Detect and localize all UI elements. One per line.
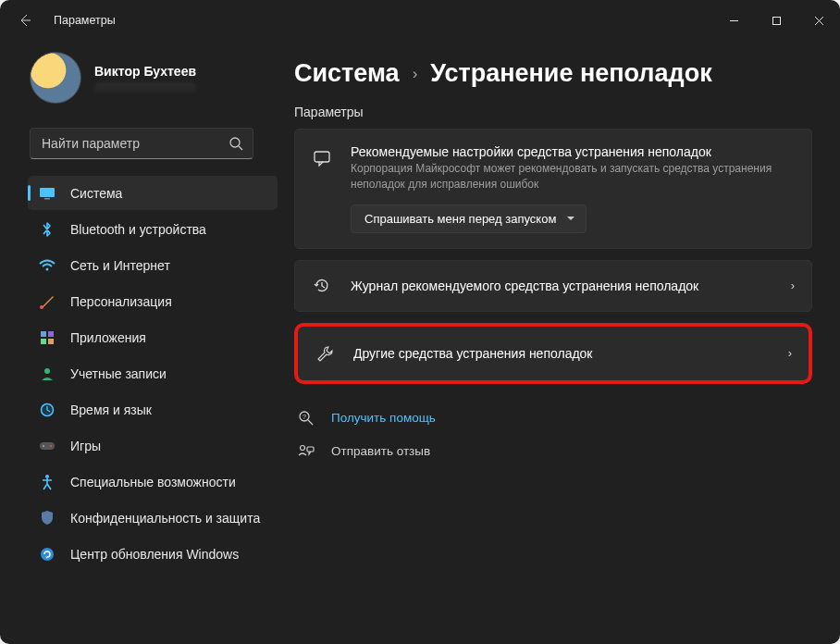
nav-privacy[interactable]: Конфиденциальность и защита <box>28 501 278 535</box>
svg-rect-3 <box>44 198 50 200</box>
link-label: Отправить отзыв <box>331 444 430 458</box>
nav-time-language[interactable]: Время и язык <box>28 392 278 427</box>
sidebar: Виктор Бухтеев Найти параметр Система Bl… <box>0 41 283 644</box>
nav-accessibility[interactable]: Специальные возможности <box>28 464 278 499</box>
nav-personalization[interactable]: Персонализация <box>28 284 278 318</box>
svg-rect-2 <box>40 188 55 197</box>
nav-label: Конфиденциальность и защита <box>70 511 260 526</box>
breadcrumb-parent[interactable]: Система <box>294 59 400 88</box>
minimize-button[interactable] <box>712 6 755 34</box>
card-title: Другие средства устранения неполадок <box>353 346 593 361</box>
nav-gaming[interactable]: Игры <box>28 428 278 463</box>
breadcrumb-current: Устранение неполадок <box>430 59 711 88</box>
bluetooth-icon <box>39 221 56 238</box>
nav-label: Персонализация <box>70 294 172 309</box>
nav-network[interactable]: Сеть и Интернет <box>28 248 278 282</box>
card-title: Рекомендуемые настройки средства устране… <box>351 144 795 159</box>
nav-label: Учетные записи <box>70 366 167 381</box>
breadcrumb: Система › Устранение неполадок <box>294 59 812 88</box>
svg-point-5 <box>40 305 43 309</box>
wifi-icon <box>39 257 56 274</box>
section-label: Параметры <box>294 105 812 119</box>
nav-label: Специальные возможности <box>70 475 236 489</box>
svg-rect-9 <box>48 339 54 344</box>
svg-point-20 <box>301 445 305 450</box>
nav-label: Игры <box>70 439 101 453</box>
dropdown-label: Спрашивать меня перед запуском <box>364 212 556 226</box>
card-troubleshooter-history[interactable]: Журнал рекомендуемого средства устранени… <box>294 260 812 312</box>
back-button[interactable] <box>9 5 41 36</box>
nav-label: Приложения <box>70 330 146 345</box>
chevron-right-icon: › <box>788 346 792 360</box>
nav: Система Bluetooth и устройства Сеть и Ин… <box>4 174 279 571</box>
search-input[interactable]: Найти параметр <box>30 128 253 159</box>
wrench-icon <box>315 343 335 364</box>
svg-rect-6 <box>41 331 46 337</box>
system-icon <box>39 185 56 202</box>
update-icon <box>39 546 56 563</box>
accounts-icon <box>39 365 56 382</box>
feedback-icon <box>298 443 315 460</box>
apps-icon <box>39 329 56 346</box>
svg-rect-12 <box>40 442 55 450</box>
nav-windows-update[interactable]: Центр обновления Windows <box>28 537 278 571</box>
profile-email-blurred <box>94 82 196 92</box>
nav-label: Центр обновления Windows <box>70 547 239 562</box>
svg-point-4 <box>46 267 49 270</box>
search-icon <box>229 136 243 151</box>
avatar <box>30 52 81 104</box>
close-button[interactable] <box>797 6 840 34</box>
svg-point-10 <box>44 368 50 374</box>
nav-label: Сеть и Интернет <box>70 258 170 273</box>
profile[interactable]: Виктор Бухтеев <box>4 48 279 118</box>
nav-system[interactable]: Система <box>28 176 278 210</box>
card-subtitle: Корпорация Майкрософт может рекомендоват… <box>351 161 795 193</box>
help-icon: ? <box>298 410 315 427</box>
dropdown-ask-before-run[interactable]: Спрашивать меня перед запуском <box>351 204 587 233</box>
svg-point-15 <box>45 475 49 478</box>
games-icon <box>39 438 56 454</box>
svg-rect-8 <box>41 339 46 344</box>
nav-label: Время и язык <box>70 402 152 417</box>
svg-point-14 <box>50 445 52 447</box>
titlebar: Параметры <box>0 0 840 41</box>
personalize-icon <box>39 293 56 310</box>
nav-apps[interactable]: Приложения <box>28 320 278 354</box>
nav-bluetooth[interactable]: Bluetooth и устройства <box>28 212 278 246</box>
chat-icon <box>312 148 332 168</box>
profile-name: Виктор Бухтеев <box>94 64 196 79</box>
main: Система › Устранение неполадок Параметры… <box>283 41 840 644</box>
search-placeholder: Найти параметр <box>42 136 140 151</box>
nav-accounts[interactable]: Учетные записи <box>28 356 278 390</box>
card-other-troubleshooters[interactable]: Другие средства устранения неполадок › <box>294 323 812 384</box>
chevron-right-icon: › <box>413 65 418 83</box>
accessibility-icon <box>39 474 56 490</box>
svg-rect-17 <box>315 152 329 162</box>
get-help-link[interactable]: ? Получить помощь <box>298 410 812 427</box>
link-label: Получить помощь <box>331 411 436 425</box>
maximize-button[interactable] <box>755 6 797 34</box>
nav-label: Bluetooth и устройства <box>70 222 206 237</box>
svg-rect-21 <box>307 447 314 452</box>
svg-point-13 <box>43 445 44 447</box>
chevron-right-icon: › <box>791 279 795 292</box>
svg-text:?: ? <box>303 414 306 420</box>
card-recommended-settings: Рекомендуемые настройки средства устране… <box>294 129 812 249</box>
svg-rect-7 <box>48 331 54 337</box>
history-icon <box>312 276 332 296</box>
svg-point-1 <box>230 138 240 147</box>
card-title: Журнал рекомендуемого средства устранени… <box>351 279 698 293</box>
window-title: Параметры <box>54 14 116 27</box>
nav-label: Система <box>70 186 122 201</box>
give-feedback-link[interactable]: Отправить отзыв <box>298 443 812 460</box>
privacy-icon <box>39 510 56 526</box>
svg-rect-0 <box>772 17 780 24</box>
time-icon <box>39 402 56 418</box>
